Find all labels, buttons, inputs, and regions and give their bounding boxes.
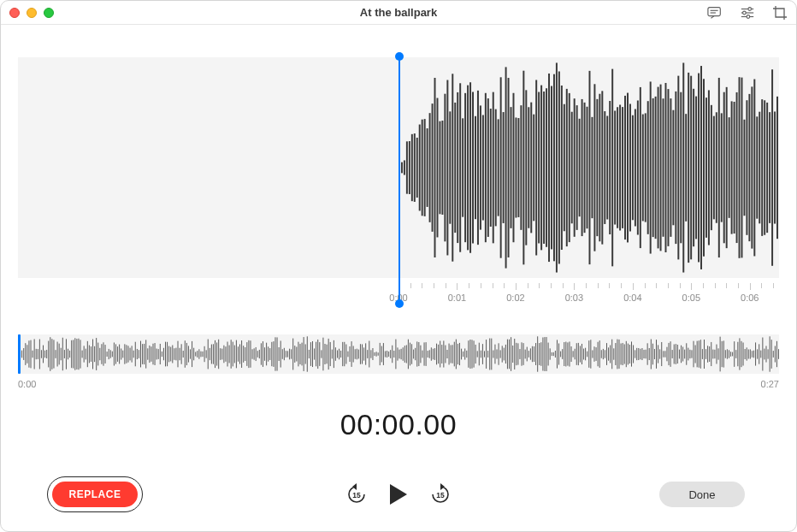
replace-button[interactable]: REPLACE [52, 482, 138, 507]
svg-rect-316 [296, 346, 297, 361]
transcript-icon[interactable] [707, 5, 723, 21]
detail-waveform [398, 57, 779, 278]
svg-rect-507 [635, 350, 635, 358]
svg-rect-244 [168, 346, 169, 363]
svg-rect-338 [335, 347, 336, 361]
svg-rect-55 [515, 117, 517, 217]
svg-point-4 [748, 7, 752, 10]
svg-rect-266 [208, 340, 209, 369]
svg-rect-107 [647, 101, 649, 234]
svg-rect-583 [770, 336, 770, 371]
svg-rect-517 [652, 344, 653, 365]
svg-rect-12 [406, 141, 408, 193]
playhead-handle-bottom[interactable] [395, 299, 404, 308]
svg-rect-233 [149, 346, 150, 363]
playhead-line [398, 56, 400, 303]
skip-back-15-button[interactable]: 15 [345, 483, 368, 505]
svg-rect-460 [552, 352, 552, 356]
svg-rect-356 [367, 350, 368, 358]
svg-rect-417 [475, 345, 476, 364]
svg-rect-329 [319, 342, 320, 366]
svg-rect-97 [622, 107, 623, 228]
svg-rect-529 [674, 345, 675, 364]
svg-rect-213 [114, 343, 115, 366]
svg-rect-149 [753, 80, 755, 257]
svg-rect-204 [97, 343, 98, 366]
svg-rect-469 [567, 342, 568, 365]
svg-rect-456 [544, 337, 545, 371]
detail-waveform-area[interactable]: 0:000:010:020:030:040:050:06 [18, 52, 779, 309]
close-window-button[interactable] [9, 8, 20, 18]
svg-rect-286 [243, 346, 244, 363]
svg-rect-161 [21, 351, 22, 358]
detail-playhead[interactable] [398, 52, 400, 309]
trim-icon[interactable] [772, 5, 788, 21]
svg-rect-301 [269, 348, 270, 360]
svg-rect-46 [493, 92, 494, 244]
playback-settings-icon[interactable] [740, 5, 755, 21]
svg-rect-34 [462, 118, 463, 216]
svg-rect-13 [409, 141, 410, 194]
svg-rect-62 [533, 115, 534, 222]
svg-rect-91 [606, 116, 608, 220]
svg-rect-337 [334, 340, 334, 368]
svg-rect-72 [558, 71, 560, 263]
svg-rect-267 [210, 348, 210, 360]
svg-rect-226 [137, 349, 138, 359]
svg-rect-254 [186, 343, 187, 365]
svg-rect-87 [596, 99, 598, 236]
play-button[interactable] [390, 484, 407, 505]
svg-rect-510 [640, 349, 641, 359]
svg-rect-400 [445, 346, 446, 364]
svg-rect-23 [434, 78, 436, 257]
svg-rect-41 [480, 105, 481, 229]
window-title: At the ballpark [360, 6, 437, 19]
svg-rect-49 [500, 77, 502, 257]
svg-rect-524 [664, 351, 665, 357]
svg-rect-447 [528, 351, 529, 358]
svg-rect-344 [345, 345, 346, 364]
overview-waveform-area[interactable]: 0:00 0:27 [18, 334, 779, 396]
svg-rect-90 [604, 111, 605, 224]
svg-rect-407 [458, 344, 458, 364]
skip-forward-15-button[interactable]: 15 [429, 483, 452, 505]
svg-rect-249 [178, 341, 179, 368]
svg-rect-576 [757, 349, 758, 358]
minimize-window-button[interactable] [27, 8, 37, 18]
svg-rect-474 [576, 343, 577, 365]
svg-rect-0 [708, 7, 720, 15]
svg-rect-112 [660, 85, 662, 251]
svg-rect-333 [327, 345, 328, 364]
svg-rect-544 [700, 340, 701, 369]
svg-rect-335 [330, 342, 331, 366]
svg-rect-28 [446, 80, 448, 256]
svg-rect-118 [675, 92, 676, 244]
svg-rect-282 [236, 340, 237, 369]
svg-rect-163 [25, 343, 26, 365]
svg-rect-318 [299, 344, 300, 364]
svg-rect-327 [316, 342, 316, 367]
svg-rect-570 [747, 347, 747, 360]
svg-rect-364 [381, 346, 382, 363]
svg-rect-306 [279, 347, 280, 361]
svg-rect-98 [624, 96, 626, 239]
zoom-window-button[interactable] [44, 8, 54, 18]
svg-rect-199 [89, 346, 90, 364]
svg-rect-493 [610, 346, 611, 364]
editor-main: 0:000:010:020:030:040:050:06 0:00 0:27 0… [1, 25, 796, 531]
done-button[interactable]: Done [659, 482, 745, 507]
svg-rect-324 [310, 342, 311, 366]
overview-playhead[interactable] [18, 334, 21, 374]
svg-rect-502 [626, 341, 627, 367]
overview-waveform-bg [18, 334, 779, 374]
svg-rect-431 [500, 350, 501, 358]
svg-rect-518 [654, 349, 655, 359]
svg-rect-585 [773, 351, 774, 358]
svg-rect-514 [647, 343, 648, 364]
svg-rect-101 [632, 115, 634, 221]
svg-rect-503 [628, 344, 629, 365]
svg-rect-581 [765, 346, 766, 362]
svg-rect-252 [183, 351, 184, 358]
svg-rect-465 [560, 352, 561, 358]
svg-rect-360 [375, 352, 375, 356]
